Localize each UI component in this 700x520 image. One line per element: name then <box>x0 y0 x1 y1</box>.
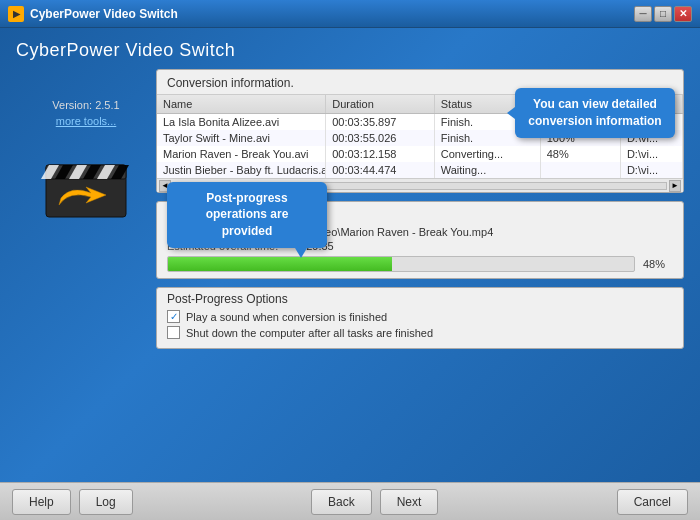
conversion-panel: Conversion information. Name Duration St… <box>156 69 684 193</box>
conversion-tooltip: You can view detailed conversion informa… <box>515 88 675 138</box>
progress-bar-track <box>167 256 635 272</box>
right-panel: Conversion information. Name Duration St… <box>156 69 684 482</box>
title-bar: ▶ CyberPower Video Switch ─ □ ✕ <box>0 0 700 28</box>
table-row: Marion Raven - Break You.avi00:03:12.158… <box>157 146 683 162</box>
option2-row: Shut down the computer after all tasks a… <box>167 326 673 339</box>
progress-tooltip: Post-progress operations are provided <box>167 182 327 248</box>
cell-path: D:\vi... <box>620 162 682 178</box>
status-panel: Status Current file: D:\video\Marion Rav… <box>156 201 684 279</box>
app-header: CyberPower Video Switch <box>0 28 700 69</box>
back-button[interactable]: Back <box>311 489 372 515</box>
version-text: Version: 2.5.1 <box>52 99 119 111</box>
progress-percent: 48% <box>643 258 673 270</box>
cancel-button[interactable]: Cancel <box>617 489 688 515</box>
col-name: Name <box>157 95 326 114</box>
progress-bar-fill <box>168 257 392 271</box>
app-logo <box>41 143 131 223</box>
cell-path: D:\vi... <box>620 146 682 162</box>
more-tools-link[interactable]: more tools... <box>56 115 117 127</box>
post-progress-panel: Post-Progress Options ✓ Play a sound whe… <box>156 287 684 349</box>
cell-progress <box>540 162 620 178</box>
cell-name: Justin Bieber - Baby ft. Ludacris.avi <box>157 162 326 178</box>
cell-name: La Isla Bonita Alizee.avi <box>157 114 326 131</box>
post-progress-title: Post-Progress Options <box>167 292 673 306</box>
cell-name: Marion Raven - Break You.avi <box>157 146 326 162</box>
cell-duration: 00:03:35.897 <box>326 114 435 131</box>
cell-status: Converting... <box>434 146 540 162</box>
cell-duration: 00:03:12.158 <box>326 146 435 162</box>
close-button[interactable]: ✕ <box>674 6 692 22</box>
main-window: CyberPower Video Switch Version: 2.5.1 m… <box>0 28 700 520</box>
sidebar: Version: 2.5.1 more tools... <box>16 69 156 482</box>
app-icon: ▶ <box>8 6 24 22</box>
option2-checkbox[interactable] <box>167 326 180 339</box>
minimize-button[interactable]: ─ <box>634 6 652 22</box>
col-duration: Duration <box>326 95 435 114</box>
window-controls: ─ □ ✕ <box>634 6 692 22</box>
option1-checkbox[interactable]: ✓ <box>167 310 180 323</box>
help-button[interactable]: Help <box>12 489 71 515</box>
option1-row: ✓ Play a sound when conversion is finish… <box>167 310 673 323</box>
cell-duration: 00:03:44.474 <box>326 162 435 178</box>
option2-label: Shut down the computer after all tasks a… <box>186 327 433 339</box>
maximize-button[interactable]: □ <box>654 6 672 22</box>
cell-status: Waiting... <box>434 162 540 178</box>
bottom-bar: Help Log Back Next Cancel <box>0 482 700 520</box>
window-title: CyberPower Video Switch <box>30 7 178 21</box>
cell-duration: 00:03:55.026 <box>326 130 435 146</box>
app-title: CyberPower Video Switch <box>16 40 235 60</box>
progress-container: 48% <box>167 256 673 272</box>
scroll-right[interactable]: ► <box>669 180 681 192</box>
cell-progress: 48% <box>540 146 620 162</box>
next-button[interactable]: Next <box>380 489 439 515</box>
option1-label: Play a sound when conversion is finished <box>186 311 387 323</box>
content-area: Version: 2.5.1 more tools... <box>0 69 700 482</box>
log-button[interactable]: Log <box>79 489 133 515</box>
cell-name: Taylor Swift - Mine.avi <box>157 130 326 146</box>
table-row: Justin Bieber - Baby ft. Ludacris.avi00:… <box>157 162 683 178</box>
